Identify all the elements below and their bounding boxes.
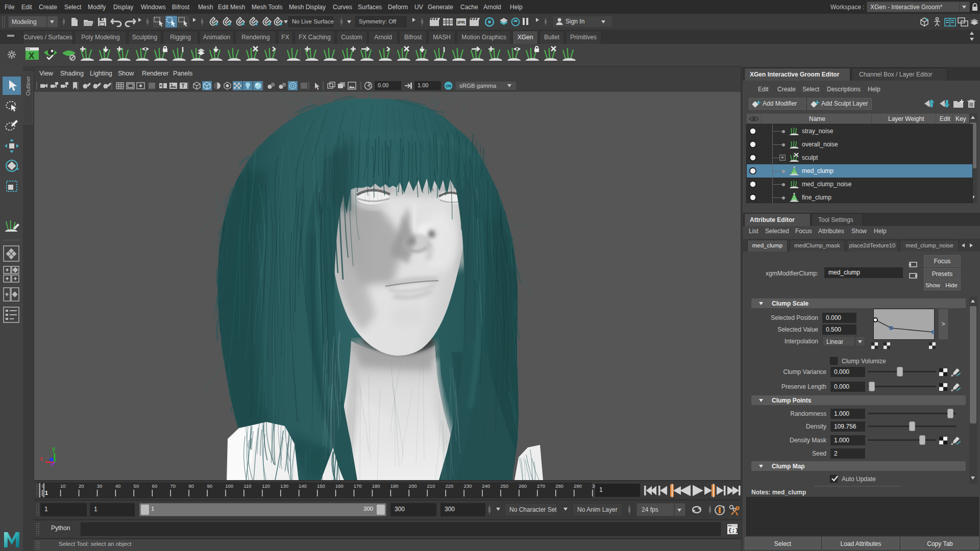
svg-text:80: 80 [188, 483, 194, 489]
svg-text:X: X [29, 51, 35, 61]
svg-text:130: 130 [280, 483, 288, 489]
svg-text:x: x [40, 455, 43, 462]
svg-text:270: 270 [537, 483, 545, 489]
svg-text:170: 170 [354, 483, 362, 489]
svg-text:60: 60 [152, 483, 158, 489]
svg-text:30: 30 [97, 483, 103, 489]
svg-text:40: 40 [115, 483, 121, 489]
svg-text:200: 200 [409, 483, 417, 489]
svg-text:150: 150 [317, 483, 325, 489]
svg-text:180: 180 [372, 483, 380, 489]
svg-text:110: 110 [243, 483, 251, 489]
svg-text:70: 70 [170, 483, 176, 489]
svg-text:100: 100 [225, 483, 233, 489]
svg-text:260: 260 [519, 483, 527, 489]
svg-text:220: 220 [446, 483, 454, 489]
svg-text:ON: ON [446, 84, 451, 88]
svg-text:140: 140 [299, 483, 307, 489]
svg-text:50: 50 [134, 483, 139, 489]
svg-text:230: 230 [463, 483, 472, 489]
svg-text:y: y [52, 445, 56, 453]
svg-text:10: 10 [60, 483, 66, 489]
svg-text:IPR: IPR [457, 20, 465, 25]
svg-text:20: 20 [79, 483, 84, 489]
svg-text:{;}: {;} [728, 528, 738, 534]
svg-text:240: 240 [482, 483, 490, 489]
svg-text:210: 210 [427, 483, 435, 489]
svg-text:290: 290 [574, 483, 582, 489]
svg-text:90: 90 [207, 483, 212, 489]
svg-text:160: 160 [335, 483, 344, 489]
svg-text:280: 280 [555, 483, 564, 489]
svg-text:250: 250 [500, 483, 508, 489]
svg-text:T: T [182, 83, 185, 89]
svg-text:190: 190 [390, 483, 399, 489]
svg-text:120: 120 [262, 483, 270, 489]
